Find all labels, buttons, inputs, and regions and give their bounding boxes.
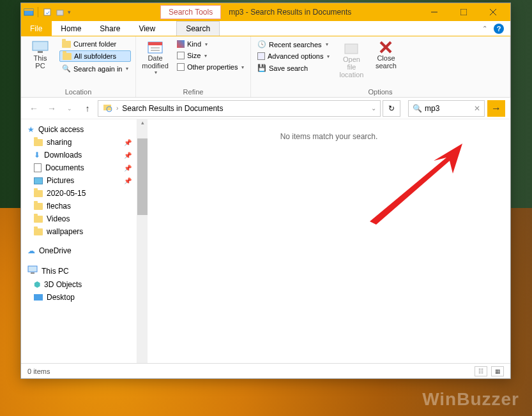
- folder-icon: [62, 41, 71, 48]
- explorer-window: ▾ Search Tools mp3 - Search Results in D…: [20, 3, 511, 379]
- breadcrumb-text[interactable]: Search Results in Documents: [122, 104, 223, 113]
- tab-share[interactable]: Share: [91, 21, 130, 36]
- current-folder-button[interactable]: Current folder: [59, 39, 131, 49]
- address-dropdown-icon[interactable]: ⌄: [371, 105, 376, 112]
- search-go-button[interactable]: →: [487, 100, 505, 117]
- close-x-icon: [379, 40, 393, 54]
- search-box[interactable]: 🔍 ✕: [408, 100, 485, 117]
- navigation-sidebar: ★ Quick access sharing📌 ⬇Downloads📌 Docu…: [21, 119, 137, 363]
- sidebar-item-sharing[interactable]: sharing📌: [21, 136, 137, 149]
- sidebar-scrollbar[interactable]: ▴: [137, 119, 148, 363]
- sidebar-onedrive[interactable]: ☁OneDrive: [21, 244, 137, 257]
- desktop-icon: [34, 294, 43, 301]
- recent-searches-button[interactable]: 🕓Recent searches: [255, 39, 332, 50]
- explorer-icon: [24, 7, 34, 17]
- svg-rect-1: [24, 9, 33, 11]
- address-bar[interactable]: › Search Results in Documents ⌄: [98, 100, 381, 117]
- pc-icon: [27, 265, 38, 276]
- sidebar-item-downloads[interactable]: ⬇Downloads📌: [21, 149, 137, 161]
- annotation-arrow: [357, 138, 472, 228]
- svg-rect-11: [148, 42, 162, 45]
- sidebar-quick-access[interactable]: ★ Quick access: [21, 123, 137, 136]
- document-icon: [34, 163, 42, 172]
- tab-view[interactable]: View: [130, 21, 165, 36]
- ribbon-group-label: Refine: [140, 87, 247, 97]
- sidebar-item-date[interactable]: 2020-05-15: [21, 187, 137, 200]
- back-button[interactable]: ←: [26, 101, 42, 116]
- save-search-button[interactable]: 💾Save search: [255, 63, 332, 73]
- save-icon: 💾: [257, 64, 266, 72]
- sidebar-item-flechas[interactable]: flechas: [21, 200, 137, 212]
- sidebar-item-pictures[interactable]: Pictures📌: [21, 174, 137, 187]
- star-icon: ★: [27, 125, 34, 134]
- tab-file[interactable]: File: [21, 21, 52, 36]
- search-location-icon: [102, 102, 112, 114]
- item-count: 0 items: [27, 368, 50, 375]
- svg-rect-20: [31, 272, 34, 274]
- search-tools-contextual-tab[interactable]: Search Tools: [160, 5, 221, 19]
- scroll-thumb[interactable]: [137, 138, 148, 215]
- refresh-icon: ↻: [388, 104, 395, 113]
- forward-button: →: [44, 101, 59, 116]
- folder-icon: [34, 203, 43, 210]
- svg-rect-14: [345, 44, 358, 54]
- picture-icon: [34, 177, 43, 184]
- chevron-right-icon[interactable]: ›: [116, 105, 118, 112]
- clear-search-icon[interactable]: ✕: [474, 104, 480, 113]
- tab-home[interactable]: Home: [52, 21, 91, 36]
- sidebar-item-wallpapers[interactable]: wallpapers: [21, 225, 137, 238]
- details-view-button[interactable]: ☷: [475, 366, 487, 376]
- svg-rect-5: [460, 9, 467, 15]
- sidebar-item-documents[interactable]: Documents📌: [21, 161, 137, 174]
- arrow-right-icon: →: [491, 103, 501, 114]
- qat-properties-icon[interactable]: [42, 7, 52, 17]
- status-bar: 0 items ☷ ▦: [21, 363, 510, 378]
- qat-dropdown-icon[interactable]: ▾: [68, 9, 71, 15]
- kind-icon: [177, 40, 185, 48]
- close-button[interactable]: [478, 3, 508, 21]
- folder-icon: [34, 216, 43, 223]
- ribbon-group-label: Location: [25, 87, 132, 97]
- sidebar-item-desktop[interactable]: Desktop: [21, 291, 137, 304]
- ribbon-group-label: Options: [255, 87, 506, 97]
- sidebar-this-pc[interactable]: This PC: [21, 264, 137, 278]
- minimize-button[interactable]: [420, 3, 449, 21]
- kind-button[interactable]: Kind: [174, 39, 247, 49]
- collapse-ribbon-icon[interactable]: ⌃: [482, 25, 487, 32]
- other-properties-button[interactable]: Other properties: [174, 62, 247, 72]
- body-area: ★ Quick access sharing📌 ⬇Downloads📌 Docu…: [21, 119, 510, 363]
- help-icon[interactable]: ?: [494, 24, 504, 34]
- navigation-bar: ← → ⌄ ↑ › Search Results in Documents ⌄ …: [21, 98, 510, 119]
- icons-view-button[interactable]: ▦: [491, 366, 504, 376]
- maximize-button[interactable]: [449, 3, 478, 21]
- scroll-up-icon[interactable]: ▴: [137, 119, 148, 126]
- options-icon: [257, 52, 265, 60]
- this-pc-button[interactable]: This PC: [25, 39, 56, 71]
- pin-icon: 📌: [124, 165, 132, 172]
- results-pane: No items match your search.: [148, 119, 510, 363]
- date-modified-button[interactable]: Date modified: [140, 39, 171, 77]
- svg-rect-19: [28, 266, 37, 272]
- refresh-button[interactable]: ↻: [383, 100, 400, 117]
- search-again-button[interactable]: 🔍Search again in: [59, 63, 131, 74]
- size-icon: [177, 52, 185, 59]
- tab-search[interactable]: Search: [176, 21, 220, 36]
- close-search-button[interactable]: Close search: [370, 39, 401, 71]
- pin-icon: 📌: [124, 152, 132, 159]
- clock-icon: 🕓: [257, 40, 266, 48]
- sidebar-item-videos[interactable]: Videos: [21, 212, 137, 225]
- svg-rect-9: [38, 51, 43, 53]
- qat-newfolder-icon[interactable]: [55, 7, 65, 17]
- ribbon-tab-row: File Home Share View Search ⌃ ?: [21, 21, 510, 36]
- all-subfolders-button[interactable]: All subfolders: [59, 50, 131, 62]
- titlebar: ▾ Search Tools mp3 - Search Results in D…: [21, 3, 510, 21]
- calendar-icon: [147, 40, 163, 54]
- folder-icon: [34, 228, 43, 235]
- computer-icon: [31, 40, 49, 54]
- up-button[interactable]: ↑: [80, 101, 95, 116]
- search-input[interactable]: [425, 104, 463, 113]
- size-button[interactable]: Size: [174, 50, 247, 61]
- sidebar-item-3d-objects[interactable]: ⬢3D Objects: [21, 278, 137, 291]
- advanced-options-button[interactable]: Advanced options: [255, 51, 332, 61]
- history-dropdown-icon[interactable]: ⌄: [62, 101, 77, 116]
